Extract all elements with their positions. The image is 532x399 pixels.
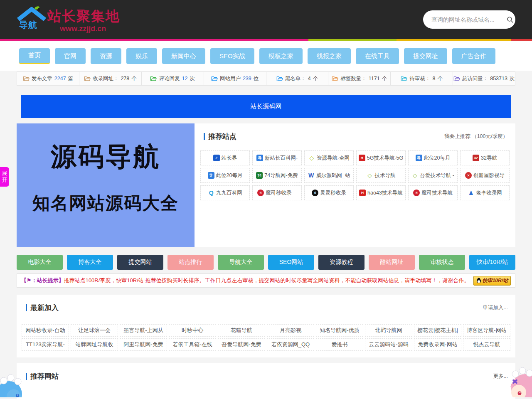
recommended-site-link[interactable]: ◇ 吾爱技术导航 - xyxy=(408,168,458,183)
latest-site-link[interactable]: 樱花云|樱花主机| xyxy=(414,324,461,337)
site-favicon: ✕ xyxy=(465,172,472,179)
nav-item[interactable]: 新闻中心 xyxy=(162,48,205,64)
category-button[interactable]: 快审/10R/站 xyxy=(469,255,515,270)
notice-text: 推荐站点100R/季度，快审10R/站 推荐位按购买时长排序。工作日九点左右审核… xyxy=(64,277,470,284)
nav-item[interactable]: 提交网址 xyxy=(404,48,447,64)
nav-item[interactable]: SEO实战 xyxy=(210,48,254,64)
category-button[interactable]: 导航大全 xyxy=(218,255,264,270)
recommended-sites-panel: 推荐站点 我要上推荐 （100元/季度） Z 站长界 导 新站长百科网- xyxy=(195,123,515,247)
stat-item: 网站用户 239 位 xyxy=(204,72,266,85)
latest-site-link[interactable]: 知名导航网-优质 xyxy=(316,324,363,337)
recommended-site-link[interactable]: Z 站长界 xyxy=(200,150,250,165)
recommended-site-link[interactable]: H 5G技术导航-5G xyxy=(356,150,406,165)
stat-label: 网站用户 xyxy=(220,75,241,82)
category-button[interactable]: 资源教程 xyxy=(318,255,365,270)
latest-site-link[interactable]: 站牌网址导航收 xyxy=(71,338,118,351)
main-row: 源码导航 知名网站源码大全 推荐站点 我要上推荐 （100元/季度） Z 站长界 xyxy=(17,123,515,247)
latest-site-link[interactable]: 时秒中心 xyxy=(169,324,216,337)
nav-item[interactable]: 首页 xyxy=(19,48,50,64)
site-logo[interactable]: 导航 站长聚集地 www.zzjjd.cn xyxy=(17,6,120,33)
title-accent-bar xyxy=(26,373,27,380)
site-favicon: ◇ xyxy=(308,155,315,161)
category-button[interactable]: 酷站网址 xyxy=(369,255,415,270)
latest-site-link[interactable]: TT123卖家导航- xyxy=(22,338,69,351)
latest-site-link[interactable]: 月亮影视 xyxy=(267,324,314,337)
site-name: hao43技术导航 xyxy=(367,190,403,197)
latest-site-link[interactable]: 网站秒收录-自动 xyxy=(22,324,69,337)
category-button[interactable]: 审核状态 xyxy=(419,255,465,270)
folder-icon xyxy=(332,76,338,81)
latest-site-link[interactable]: 若依工具箱-在线 xyxy=(169,338,216,351)
folder-icon xyxy=(84,76,91,81)
more-link[interactable]: 更多... xyxy=(493,373,508,380)
latest-grid: 网站秒收录-自动 让足球滚一会 墨言导航-上网从 时秒中心 花猫导航 月亮影视 … xyxy=(17,318,515,351)
latest-site-link[interactable]: 悦杰云导航 xyxy=(463,338,510,351)
recommended-site-link[interactable]: 32 32导航 xyxy=(460,150,510,165)
search-input[interactable] xyxy=(431,16,507,23)
stat-value: 2247 xyxy=(54,76,66,81)
recommended-site-link[interactable]: ♟ 老李收录网 xyxy=(460,185,510,200)
site-favicon: 导 xyxy=(208,172,214,179)
qq-penguin-icon xyxy=(476,278,481,283)
nav-item[interactable]: 模板之家 xyxy=(259,48,303,64)
stat-label: 收录网址： xyxy=(93,75,119,82)
latest-site-link[interactable]: 云云源码站-源码 xyxy=(365,338,412,351)
apply-join-link[interactable]: 申请加入... xyxy=(483,304,508,311)
site-domain: www.zzjjd.cn xyxy=(60,25,120,33)
stat-unit: 位 xyxy=(254,75,259,82)
latest-site-link[interactable]: 爱推书 xyxy=(316,338,363,351)
category-button[interactable]: SEO网站 xyxy=(268,255,314,270)
recommended-site-link[interactable]: Q 九九百科网 xyxy=(200,185,250,200)
latest-site-link[interactable]: 阿里导航网-免费 xyxy=(120,338,167,351)
category-button[interactable]: 博客大全 xyxy=(67,255,113,270)
latest-site-link[interactable]: 墨言导航-上网从 xyxy=(120,324,167,337)
notice-bar: 【⚑：站长提示】 推荐站点100R/季度，快审10R/站 推荐位按购买时长排序。… xyxy=(17,273,515,288)
recommended-site-link[interactable]: 导 新站长百科网- xyxy=(252,150,302,165)
recommended-site-link[interactable]: H hao43技术导航 xyxy=(356,185,406,200)
logo-text-block: 站长聚集地 www.zzjjd.cn xyxy=(47,9,120,33)
latest-site-link[interactable]: 让足球滚一会 xyxy=(71,324,118,337)
recommended-site-link[interactable]: 导 此位20每月 xyxy=(200,168,250,183)
category-button[interactable]: 提交网站 xyxy=(117,255,163,270)
stat-value: 12 xyxy=(182,76,187,81)
nav-item[interactable]: 线报之家 xyxy=(308,48,351,64)
recommended-site-link[interactable]: 0 灵灵秒收录 xyxy=(304,185,354,200)
nav-item[interactable]: 官网 xyxy=(55,48,86,64)
recommended-site-link[interactable]: ✳ 魔司技术导航 xyxy=(408,185,458,200)
promote-link[interactable]: 我要上推荐 （100元/季度） xyxy=(444,133,508,140)
site-name: 新站长百科网- xyxy=(265,155,298,162)
recommended-site-link[interactable]: ✳ 魔司秒收录— xyxy=(252,185,302,200)
folder-icon xyxy=(23,76,30,81)
stat-label: 发布文章 xyxy=(32,75,52,82)
recommended-site-link[interactable]: W 威尔源码网_站 xyxy=(304,168,354,183)
latest-site-link[interactable]: 吾爱导航网-免费 xyxy=(218,338,265,351)
recommended-site-link[interactable]: ◇ 技术导航 xyxy=(356,168,406,183)
search-icon[interactable] xyxy=(507,16,514,23)
latest-site-link[interactable]: 北屿导航网 xyxy=(365,324,412,337)
ad-banner[interactable]: 站长源码网 xyxy=(21,95,511,118)
latest-site-link[interactable]: 博客区导航-网站 xyxy=(463,324,510,337)
fast-review-badge[interactable]: 快审10R/站 xyxy=(473,276,511,286)
recommended-site-link[interactable]: ✕ 创新屋影视导 xyxy=(460,168,510,183)
nav-item[interactable]: 资源 xyxy=(91,48,121,64)
stat-value: 8 xyxy=(432,76,435,81)
expand-tab[interactable]: 展开 xyxy=(0,167,9,187)
stat-label: 黑名单： xyxy=(285,75,306,82)
nav-item[interactable]: 娱乐 xyxy=(126,48,157,64)
recommended-header: 推荐站点 我要上推荐 （100元/季度） xyxy=(195,123,515,147)
latest-site-link[interactable]: 若依资源网_QQ xyxy=(267,338,314,351)
recommended-site-link[interactable]: ◇ 资源导航-全网 xyxy=(304,150,354,165)
category-button[interactable]: 站点排行 xyxy=(167,255,214,270)
stat-value: 4 xyxy=(308,76,311,81)
latest-site-link[interactable]: 花猫导航 xyxy=(218,324,265,337)
mascot-pink-chibi xyxy=(509,367,532,399)
banner-line1: 源码导航 xyxy=(17,139,195,174)
site-favicon: 0 xyxy=(312,190,318,196)
nav-item[interactable]: 在线工具 xyxy=(356,48,399,64)
nav-item[interactable]: 广告合作 xyxy=(452,48,495,64)
source-code-banner[interactable]: 源码导航 知名网站源码大全 xyxy=(17,123,195,247)
recommended-site-link[interactable]: 74 74导航网-免费 xyxy=(252,168,302,183)
category-button[interactable]: 电影大全 xyxy=(17,255,63,270)
latest-site-link[interactable]: 免费收录网-网站 xyxy=(414,338,461,351)
recommended-site-link[interactable]: 导 此位20每月 xyxy=(408,150,458,165)
